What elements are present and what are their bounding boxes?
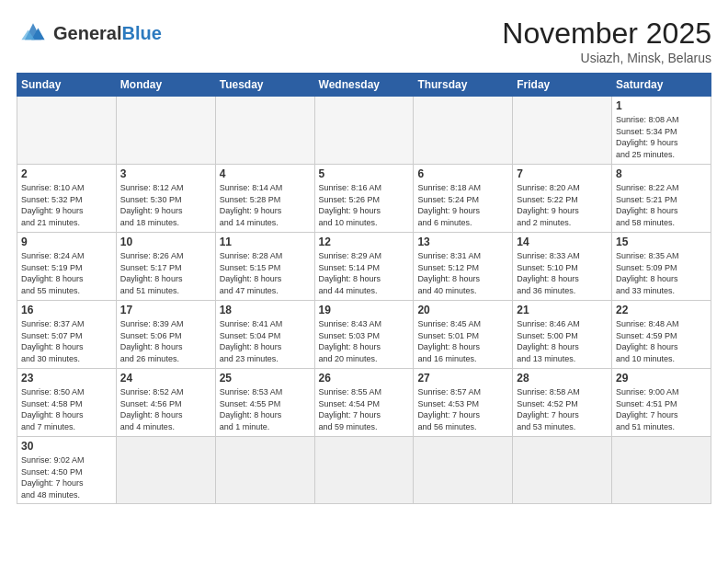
day-number: 17: [120, 304, 211, 316]
calendar-cell: 14Sunrise: 8:33 AM Sunset: 5:10 PM Dayli…: [513, 233, 612, 301]
day-header-sunday: Sunday: [17, 74, 117, 97]
day-number: 3: [120, 167, 211, 180]
day-info: Sunrise: 8:12 AM Sunset: 5:30 PM Dayligh…: [120, 182, 211, 228]
day-info: Sunrise: 8:48 AM Sunset: 4:59 PM Dayligh…: [616, 318, 707, 364]
calendar-cell: [414, 437, 513, 504]
header: GeneralBlue November 2025 Usiazh, Minsk,…: [17, 17, 711, 65]
calendar-cell: 22Sunrise: 8:48 AM Sunset: 4:59 PM Dayli…: [612, 301, 711, 369]
day-number: 18: [220, 304, 311, 316]
day-number: 8: [616, 167, 707, 180]
day-info: Sunrise: 8:52 AM Sunset: 4:56 PM Dayligh…: [120, 386, 211, 432]
calendar-cell: 11Sunrise: 8:28 AM Sunset: 5:15 PM Dayli…: [215, 233, 314, 301]
day-info: Sunrise: 8:45 AM Sunset: 5:01 PM Dayligh…: [417, 318, 508, 364]
day-info: Sunrise: 8:41 AM Sunset: 5:04 PM Dayligh…: [220, 318, 311, 364]
day-number: 25: [220, 372, 311, 385]
logo-general: General: [53, 23, 121, 43]
logo-blue: Blue: [121, 23, 161, 43]
logo: GeneralBlue: [17, 17, 162, 50]
month-title: November 2025: [502, 17, 711, 51]
day-number: 14: [517, 236, 608, 248]
day-number: 4: [220, 167, 311, 180]
day-number: 21: [517, 304, 608, 316]
calendar-cell: 28Sunrise: 8:58 AM Sunset: 4:52 PM Dayli…: [513, 369, 612, 437]
calendar: SundayMondayTuesdayWednesdayThursdayFrid…: [17, 73, 711, 504]
day-info: Sunrise: 8:24 AM Sunset: 5:19 PM Dayligh…: [21, 250, 112, 296]
day-info: Sunrise: 8:10 AM Sunset: 5:32 PM Dayligh…: [21, 182, 112, 228]
day-info: Sunrise: 8:22 AM Sunset: 5:21 PM Dayligh…: [616, 182, 707, 228]
calendar-cell: [612, 437, 711, 504]
day-info: Sunrise: 8:35 AM Sunset: 5:09 PM Dayligh…: [616, 250, 707, 296]
day-header-wednesday: Wednesday: [314, 74, 414, 97]
day-header-monday: Monday: [116, 74, 215, 97]
logo-icon: [17, 17, 50, 50]
calendar-week-6: 30Sunrise: 9:02 AM Sunset: 4:50 PM Dayli…: [17, 437, 711, 504]
calendar-cell: [414, 97, 513, 165]
calendar-cell: 9Sunrise: 8:24 AM Sunset: 5:19 PM Daylig…: [17, 233, 117, 301]
calendar-cell: [116, 97, 215, 165]
day-number: 7: [517, 167, 608, 180]
calendar-cell: 4Sunrise: 8:14 AM Sunset: 5:28 PM Daylig…: [215, 165, 314, 233]
day-info: Sunrise: 8:33 AM Sunset: 5:10 PM Dayligh…: [517, 250, 608, 296]
day-info: Sunrise: 8:50 AM Sunset: 4:58 PM Dayligh…: [21, 386, 112, 432]
day-info: Sunrise: 8:37 AM Sunset: 5:07 PM Dayligh…: [21, 318, 112, 364]
day-number: 27: [417, 372, 508, 385]
calendar-cell: [116, 437, 215, 504]
day-number: 11: [220, 236, 311, 248]
day-info: Sunrise: 8:26 AM Sunset: 5:17 PM Dayligh…: [120, 250, 211, 296]
calendar-cell: [513, 437, 612, 504]
day-number: 9: [21, 236, 112, 248]
calendar-cell: 21Sunrise: 8:46 AM Sunset: 5:00 PM Dayli…: [513, 301, 612, 369]
calendar-week-5: 23Sunrise: 8:50 AM Sunset: 4:58 PM Dayli…: [17, 369, 711, 437]
day-number: 23: [21, 372, 112, 385]
day-number: 10: [120, 236, 211, 248]
day-info: Sunrise: 8:46 AM Sunset: 5:00 PM Dayligh…: [517, 318, 608, 364]
calendar-cell: [17, 97, 117, 165]
day-number: 16: [21, 304, 112, 316]
calendar-header-row: SundayMondayTuesdayWednesdayThursdayFrid…: [17, 74, 711, 97]
calendar-week-3: 9Sunrise: 8:24 AM Sunset: 5:19 PM Daylig…: [17, 233, 711, 301]
day-info: Sunrise: 8:39 AM Sunset: 5:06 PM Dayligh…: [120, 318, 211, 364]
day-info: Sunrise: 8:43 AM Sunset: 5:03 PM Dayligh…: [319, 318, 410, 364]
day-info: Sunrise: 8:53 AM Sunset: 4:55 PM Dayligh…: [220, 386, 311, 432]
calendar-week-4: 16Sunrise: 8:37 AM Sunset: 5:07 PM Dayli…: [17, 301, 711, 369]
day-info: Sunrise: 8:57 AM Sunset: 4:53 PM Dayligh…: [417, 386, 508, 432]
calendar-cell: 8Sunrise: 8:22 AM Sunset: 5:21 PM Daylig…: [612, 165, 711, 233]
day-number: 24: [120, 372, 211, 385]
calendar-cell: 26Sunrise: 8:55 AM Sunset: 4:54 PM Dayli…: [314, 369, 414, 437]
calendar-cell: 3Sunrise: 8:12 AM Sunset: 5:30 PM Daylig…: [116, 165, 215, 233]
calendar-cell: [314, 437, 414, 504]
calendar-cell: 18Sunrise: 8:41 AM Sunset: 5:04 PM Dayli…: [215, 301, 314, 369]
day-info: Sunrise: 8:18 AM Sunset: 5:24 PM Dayligh…: [417, 182, 508, 228]
logo-text: GeneralBlue: [53, 24, 162, 42]
day-number: 29: [616, 372, 707, 385]
calendar-cell: 13Sunrise: 8:31 AM Sunset: 5:12 PM Dayli…: [414, 233, 513, 301]
day-header-friday: Friday: [513, 74, 612, 97]
calendar-cell: 10Sunrise: 8:26 AM Sunset: 5:17 PM Dayli…: [116, 233, 215, 301]
calendar-cell: [215, 97, 314, 165]
calendar-cell: 19Sunrise: 8:43 AM Sunset: 5:03 PM Dayli…: [314, 301, 414, 369]
calendar-cell: 29Sunrise: 9:00 AM Sunset: 4:51 PM Dayli…: [612, 369, 711, 437]
page: GeneralBlue November 2025 Usiazh, Minsk,…: [0, 0, 728, 563]
location: Usiazh, Minsk, Belarus: [502, 51, 711, 65]
day-number: 5: [319, 167, 410, 180]
calendar-cell: 30Sunrise: 9:02 AM Sunset: 4:50 PM Dayli…: [17, 437, 117, 504]
calendar-week-1: 1Sunrise: 8:08 AM Sunset: 5:34 PM Daylig…: [17, 97, 711, 165]
calendar-cell: [513, 97, 612, 165]
day-number: 2: [21, 167, 112, 180]
calendar-cell: 16Sunrise: 8:37 AM Sunset: 5:07 PM Dayli…: [17, 301, 117, 369]
day-header-thursday: Thursday: [414, 74, 513, 97]
calendar-week-2: 2Sunrise: 8:10 AM Sunset: 5:32 PM Daylig…: [17, 165, 711, 233]
calendar-cell: 24Sunrise: 8:52 AM Sunset: 4:56 PM Dayli…: [116, 369, 215, 437]
day-number: 20: [417, 304, 508, 316]
day-number: 6: [417, 167, 508, 180]
day-info: Sunrise: 8:16 AM Sunset: 5:26 PM Dayligh…: [319, 182, 410, 228]
calendar-cell: 17Sunrise: 8:39 AM Sunset: 5:06 PM Dayli…: [116, 301, 215, 369]
day-number: 15: [616, 236, 707, 248]
day-info: Sunrise: 8:55 AM Sunset: 4:54 PM Dayligh…: [319, 386, 410, 432]
day-info: Sunrise: 8:31 AM Sunset: 5:12 PM Dayligh…: [417, 250, 508, 296]
day-info: Sunrise: 8:58 AM Sunset: 4:52 PM Dayligh…: [517, 386, 608, 432]
day-number: 28: [517, 372, 608, 385]
day-info: Sunrise: 8:14 AM Sunset: 5:28 PM Dayligh…: [220, 182, 311, 228]
calendar-cell: 23Sunrise: 8:50 AM Sunset: 4:58 PM Dayli…: [17, 369, 117, 437]
calendar-cell: 5Sunrise: 8:16 AM Sunset: 5:26 PM Daylig…: [314, 165, 414, 233]
